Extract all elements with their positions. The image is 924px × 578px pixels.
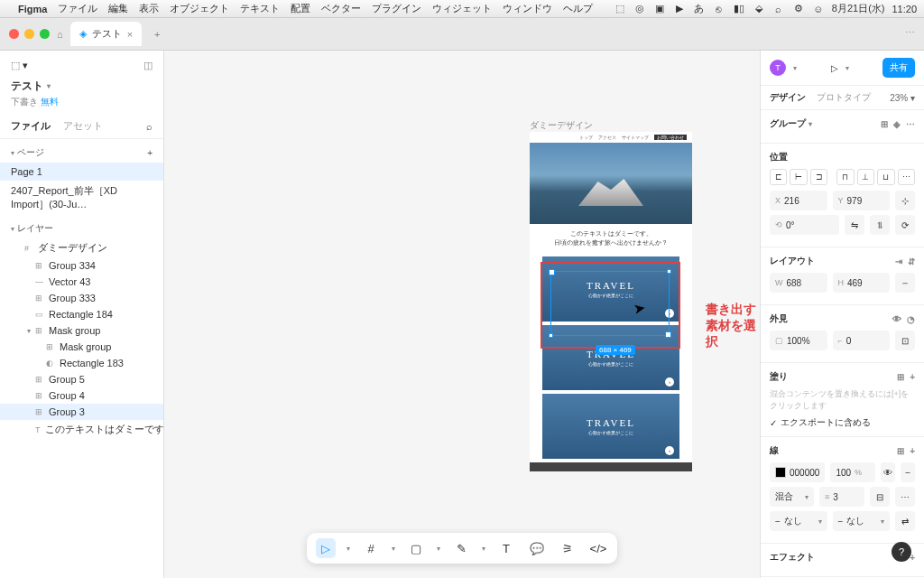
- panel-collapse-icon[interactable]: ◫: [143, 60, 152, 71]
- page-item[interactable]: Page 1: [0, 163, 163, 181]
- home-icon[interactable]: ⌂: [57, 29, 63, 40]
- menu-vector[interactable]: ベクター: [321, 2, 361, 15]
- y-input[interactable]: Y979: [833, 191, 891, 210]
- layer-item[interactable]: ▸⊞Group 5: [0, 371, 163, 387]
- layer-item[interactable]: ▸⊞Mask group: [0, 339, 163, 355]
- language-icon[interactable]: あ: [693, 3, 706, 15]
- rotate-90-icon[interactable]: ⟳: [895, 215, 915, 235]
- frame-tool-button[interactable]: #: [361, 538, 381, 558]
- absolute-position-icon[interactable]: ⊹: [895, 191, 915, 210]
- menu-object[interactable]: オブジェクト: [170, 2, 229, 15]
- page-item[interactable]: 2407_Report_前半［XD Import］(30-Ju…: [0, 181, 163, 215]
- stroke-width-input[interactable]: ≡3: [819, 487, 864, 507]
- flip-h-icon[interactable]: ⇋: [845, 215, 864, 235]
- styles-icon[interactable]: ⊞: [897, 446, 904, 456]
- layer-item[interactable]: ▸⊞Group 3: [0, 404, 163, 420]
- preview-icon[interactable]: ▷: [831, 63, 838, 73]
- bluetooth-icon[interactable]: ⎋: [713, 3, 725, 15]
- layer-item[interactable]: ▸◐Rectangle 183: [0, 355, 163, 371]
- autolayout-h-icon[interactable]: ⇥: [895, 256, 902, 266]
- styles-icon[interactable]: ⊞: [897, 372, 904, 382]
- remove-stroke-icon[interactable]: −: [901, 462, 915, 482]
- align-vcenter-button[interactable]: ⊥: [857, 169, 874, 185]
- width-input[interactable]: W688: [770, 273, 827, 293]
- visibility-icon[interactable]: 👁: [892, 314, 901, 324]
- menu-plugin[interactable]: プラグイン: [372, 2, 421, 15]
- align-more-button[interactable]: ⋯: [898, 169, 915, 185]
- stroke-cap2-select[interactable]: − なし▾: [833, 511, 891, 531]
- pen-tool-button[interactable]: ✎: [451, 538, 471, 558]
- text-tool-button[interactable]: T: [496, 538, 516, 558]
- more-icon[interactable]: ⋯: [906, 119, 915, 129]
- avatar[interactable]: T: [770, 60, 786, 76]
- shape-tool-button[interactable]: ▢: [406, 538, 426, 558]
- visibility-icon[interactable]: 👁: [881, 462, 895, 482]
- user-icon[interactable]: ☺: [812, 3, 825, 15]
- search-icon[interactable]: ⌕: [772, 3, 785, 15]
- stroke-opacity-input[interactable]: 100%: [830, 462, 875, 482]
- help-button[interactable]: ?: [892, 542, 911, 562]
- maximize-window-button[interactable]: [40, 29, 50, 39]
- opacity-input[interactable]: ▢100%: [770, 331, 827, 350]
- stroke-more-icon[interactable]: ⋯: [895, 487, 915, 507]
- layer-item[interactable]: ▸▭Rectangle 184: [0, 306, 163, 322]
- constrain-icon[interactable]: ⎓: [895, 273, 915, 293]
- canvas[interactable]: ダミーデザイン トップアクセスサイトマップお問い合わせ このテキストはダミーです…: [164, 51, 760, 578]
- align-left-button[interactable]: ⊏: [770, 169, 787, 185]
- tab-asset[interactable]: アセット: [63, 119, 103, 133]
- align-top-button[interactable]: ⊓: [836, 169, 854, 185]
- add-page-icon[interactable]: +: [147, 148, 152, 158]
- layer-item[interactable]: ▸⊞Group 333: [0, 290, 163, 306]
- travel-card-3[interactable]: TRAVEL 心動かす絶景がここに ›: [542, 394, 679, 459]
- layer-item[interactable]: ▸#ダミーデザイン: [0, 238, 163, 257]
- minimize-window-button[interactable]: [24, 29, 34, 39]
- blend-icon[interactable]: ◔: [907, 314, 915, 324]
- menu-help[interactable]: ヘルプ: [563, 2, 593, 15]
- menu-edit[interactable]: 編集: [108, 2, 128, 15]
- pages-header[interactable]: ページ: [17, 147, 44, 157]
- radius-detail-icon[interactable]: ⊡: [895, 331, 915, 350]
- stroke-color-input[interactable]: 000000: [770, 462, 825, 482]
- menu-window[interactable]: ウィンドウ: [503, 2, 552, 15]
- dev-mode-button[interactable]: </>: [588, 538, 608, 558]
- close-window-button[interactable]: [9, 29, 19, 39]
- layer-item[interactable]: ▸⊞Group 4: [0, 387, 163, 404]
- align-bottom-button[interactable]: ⊔: [877, 169, 894, 185]
- share-button[interactable]: 共有: [882, 58, 915, 78]
- menu-arrange[interactable]: 配置: [291, 2, 310, 15]
- actions-button[interactable]: ⚞: [558, 538, 578, 558]
- move-tool-button[interactable]: ▷: [316, 538, 336, 558]
- component-icon[interactable]: ◈: [893, 119, 901, 129]
- stroke-cap1-select[interactable]: − なし▾: [770, 511, 827, 531]
- play-icon[interactable]: ▶: [673, 3, 686, 15]
- app-name[interactable]: Figma: [18, 4, 47, 14]
- swap-icon[interactable]: ⇄: [895, 511, 915, 531]
- add-stroke-icon[interactable]: +: [910, 446, 915, 456]
- tab-file[interactable]: ファイル: [11, 119, 51, 133]
- menu-view[interactable]: 表示: [139, 2, 159, 15]
- chevron-down-icon[interactable]: ▾: [47, 82, 51, 90]
- menu-widget[interactable]: ウィジェット: [432, 2, 492, 15]
- export-check-icon[interactable]: ✓: [770, 418, 777, 428]
- close-tab-icon[interactable]: ×: [127, 29, 133, 40]
- tray-icon[interactable]: ▣: [653, 3, 666, 15]
- window-menu-icon[interactable]: ⋯: [905, 27, 915, 39]
- tab-design[interactable]: デザイン: [770, 91, 806, 104]
- figma-status-icon[interactable]: ⬚: [614, 3, 626, 15]
- stroke-side-icon[interactable]: ⊟: [870, 487, 890, 507]
- radius-input[interactable]: ⌐0: [833, 331, 891, 350]
- frame-label[interactable]: ダミーデザイン: [530, 119, 593, 132]
- layer-item[interactable]: ▸⊞Group 334: [0, 257, 163, 274]
- x-input[interactable]: X216: [770, 191, 827, 210]
- rotation-input[interactable]: ⟲0°: [770, 215, 839, 235]
- add-fill-icon[interactable]: +: [910, 372, 915, 382]
- align-right-button[interactable]: ⊐: [810, 169, 827, 185]
- file-tab[interactable]: ◈ テスト ×: [70, 22, 142, 46]
- new-tab-button[interactable]: +: [149, 29, 165, 40]
- file-name[interactable]: テスト: [11, 79, 43, 94]
- figma-menu-icon[interactable]: ⬚ ▾: [11, 60, 28, 71]
- stroke-blend-select[interactable]: 混合▾: [770, 487, 814, 507]
- flip-v-icon[interactable]: ⥮: [870, 215, 890, 235]
- battery-icon[interactable]: ▮▯: [733, 3, 745, 15]
- wifi-icon[interactable]: ⬙: [753, 3, 765, 15]
